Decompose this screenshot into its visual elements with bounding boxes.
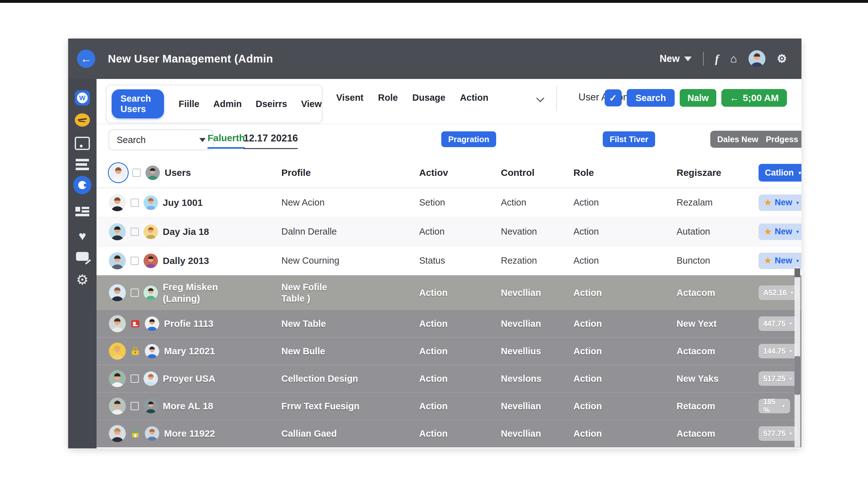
row-checkbox[interactable] (131, 199, 139, 207)
tab-group: Search Users Fiille Admin Dseirrs View (106, 85, 322, 123)
caret-down-icon: ▼ (788, 376, 793, 381)
tab-dusage[interactable]: Dusage (412, 92, 445, 103)
table-row[interactable]: Freg Misken(Laning)New FofileTable )Acti… (96, 275, 801, 310)
search-button[interactable]: Search (627, 89, 675, 107)
avatar (109, 343, 126, 360)
table-row[interactable]: Mary 12021New BulleActionNevelliusAction… (96, 338, 801, 365)
row-checkbox[interactable] (131, 228, 139, 236)
user-avatar[interactable] (748, 50, 766, 67)
control-cell: Action (501, 197, 574, 208)
nalw-button[interactable]: Nalw (680, 89, 716, 107)
value-badge[interactable]: A52.16▼ (758, 285, 799, 300)
table-row[interactable]: More AL 18Frrw Text FuesignActionNevelli… (96, 393, 801, 420)
pragration-button[interactable]: Pragration (441, 131, 496, 147)
new-menu-button[interactable]: New (659, 53, 692, 64)
select-all-checkbox[interactable] (132, 169, 141, 177)
profile-cell: New Courning (281, 255, 419, 266)
table-row[interactable]: Profie 1113New TableActionNevcllianActio… (96, 310, 801, 338)
regiszare-cell: New Yaks (677, 373, 758, 384)
avatar (144, 254, 158, 268)
user-name: Proyer USA (163, 373, 215, 384)
value-badge[interactable]: 144.75▼ (758, 344, 797, 359)
users-table: Users Profile Actiov Control Role Regisz… (96, 158, 801, 448)
avatar (109, 252, 126, 269)
tab-visent[interactable]: Visent (336, 92, 364, 103)
actiov-cell: Action (419, 318, 501, 329)
search-users-button[interactable]: Search Users (112, 89, 164, 118)
tab-dseirrs[interactable]: Dseirrs (255, 99, 287, 109)
sidebar-item-edit[interactable] (68, 112, 96, 127)
value-badge[interactable]: 447.75▼ (758, 316, 797, 331)
table-row[interactable]: Dally 2013New CourningStatusRezationActi… (96, 246, 801, 275)
search-select[interactable]: Search (108, 130, 214, 150)
column-regiszare: Regiszare (677, 167, 758, 178)
tab-action[interactable]: Action (460, 92, 488, 103)
avatar (109, 163, 128, 182)
heart-icon: ♥ (79, 230, 86, 242)
new-status-badge[interactable]: ★New▼ (758, 224, 801, 240)
row-checkbox[interactable] (131, 402, 139, 410)
sidebar-item-messages[interactable] (68, 249, 96, 264)
sidebar-item-users-active[interactable] (68, 177, 96, 193)
row-checkbox[interactable] (131, 374, 139, 383)
control-cell: Nevcllian (501, 287, 574, 298)
actiov-cell: Action (419, 345, 501, 357)
profile-cell: Callian Gaed (281, 428, 419, 439)
caret-down-icon: ▼ (781, 404, 785, 408)
row-checkbox[interactable] (131, 289, 139, 297)
star-icon: ★ (764, 198, 772, 207)
new-status-badge[interactable]: ★New▼ (758, 195, 801, 211)
red-badge-icon[interactable] (131, 319, 140, 329)
top-action-buttons: ✓ Search Nalw ← 5;00 AM (604, 89, 787, 107)
role-cell: Action (574, 428, 677, 439)
sidebar-item-list[interactable] (68, 157, 96, 172)
active-user-icon (73, 176, 91, 194)
chevron-down-icon[interactable] (536, 94, 544, 102)
scrollbar-thumb[interactable] (795, 268, 800, 277)
select-all-check-button[interactable]: ✓ (604, 89, 622, 106)
app-bar-actions: New f ⌂ ⚙ (659, 50, 787, 67)
prdgess-button[interactable]: Prdgess (759, 131, 801, 148)
table-row[interactable]: Day Jia 18Dalnn DeralleActionNevationAct… (96, 217, 801, 246)
scrollbar-thumb[interactable] (795, 356, 800, 395)
back-button[interactable]: ← (77, 50, 95, 68)
table-row[interactable]: Proyer USACellection DesignActionNevslon… (96, 365, 801, 393)
new-status-badge[interactable]: ★New▼ (758, 253, 801, 269)
user-cell: Proyer USA (109, 370, 281, 387)
table-row[interactable]: More 11922Callian GaedActionNevcllianAct… (96, 420, 801, 448)
row-checkbox[interactable] (131, 257, 139, 265)
home-icon[interactable]: ⌂ (730, 53, 737, 64)
user-name: Mary 12021 (164, 345, 215, 357)
dales-new-button[interactable]: Dales New (710, 131, 765, 148)
gear-icon[interactable]: ⚙ (777, 53, 787, 64)
catlion-dropdown-button[interactable]: Catlion ▼ (758, 164, 801, 181)
lock-icon[interactable] (131, 346, 140, 356)
date-field[interactable]: 12.17 20216 (244, 133, 298, 149)
sidebar-item-settings[interactable]: ⚙ (68, 272, 96, 287)
avatar (144, 371, 158, 386)
tab-view[interactable]: View (301, 99, 322, 109)
badge-label: New (775, 256, 792, 265)
avatar (144, 225, 158, 239)
sidebar-item-favorites[interactable]: ♥ (68, 228, 96, 244)
filst-tiver-button[interactable]: Filst Tiver (603, 131, 655, 147)
filter-link[interactable]: Faluerth (208, 133, 245, 149)
tab-admin[interactable]: Admin (213, 99, 242, 109)
caret-down-icon: ▼ (788, 321, 793, 326)
sidebar-item-grid[interactable] (68, 205, 96, 220)
sidebar-item-logo[interactable]: W (68, 90, 96, 106)
time-button[interactable]: ← 5;00 AM (721, 89, 787, 107)
user-cell: More AL 18 (109, 398, 281, 415)
tab-fiille[interactable]: Fiille (179, 99, 199, 109)
role-cell: Action (574, 255, 677, 266)
sidebar-item-media[interactable] (68, 136, 96, 151)
facebook-icon[interactable]: f (715, 53, 719, 64)
value-badge[interactable]: 517.25▼ (758, 371, 797, 386)
chevron-down-icon (199, 138, 206, 142)
actiov-cell: Setion (419, 197, 501, 208)
value-badge[interactable]: 185 %▼ (758, 399, 790, 413)
tab-role[interactable]: Role (378, 92, 398, 103)
house-icon[interactable] (131, 429, 140, 438)
table-row[interactable]: Juy 1001New AcionSetionActionActionRezal… (96, 188, 801, 217)
value-badge[interactable]: 577.75▼ (758, 426, 797, 441)
